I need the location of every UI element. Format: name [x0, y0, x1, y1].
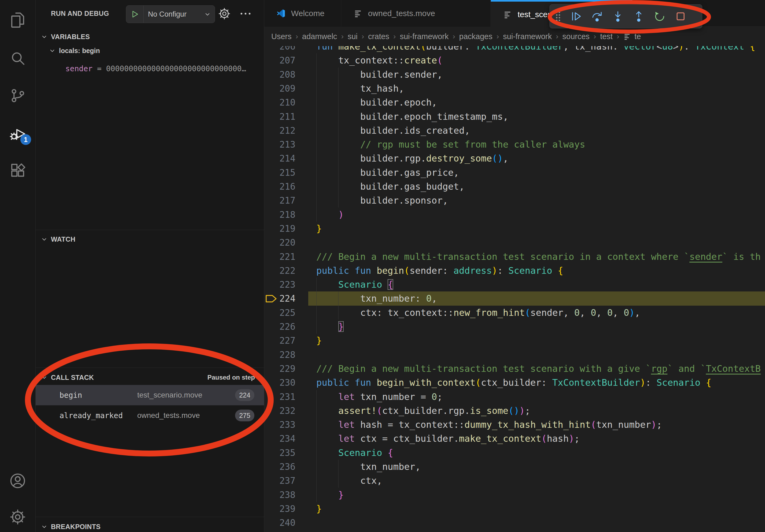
- continue-button[interactable]: [567, 8, 585, 25]
- activity-item-run-and-debug[interactable]: 1: [0, 117, 35, 149]
- code-line-230[interactable]: 230public fun begin_with_context(ctx_bui…: [264, 376, 765, 390]
- chevron-down-icon: [40, 374, 48, 382]
- code-line-239[interactable]: 239}: [264, 502, 765, 516]
- code-line-232[interactable]: 232assert!(ctx_builder.rgp.is_some());: [264, 404, 765, 418]
- line-number: 216: [269, 179, 296, 194]
- sidebar-title: RUN AND DEBUG: [51, 10, 109, 17]
- line-number: 227: [269, 334, 296, 348]
- breadcrumb-item[interactable]: sui-framework: [503, 32, 552, 41]
- breadcrumb-item[interactable]: crates: [368, 32, 389, 41]
- code-line-211[interactable]: 211builder.epoch_timestamp_ms,: [264, 110, 765, 124]
- code-line-214[interactable]: 214builder.rgp.destroy_some(),: [264, 151, 765, 165]
- code-line-229[interactable]: 229/// Begin a new multi-transaction tes…: [264, 362, 765, 376]
- code-line-212[interactable]: 212builder.ids_created,: [264, 124, 765, 138]
- debug-settings-gear-icon[interactable]: [218, 7, 231, 20]
- code-line-236[interactable]: 236txn_number,: [264, 460, 765, 474]
- tab-welcome[interactable]: Welcome: [264, 0, 341, 27]
- indent-guide: [316, 417, 338, 432]
- code-line-238[interactable]: 238}: [264, 488, 765, 502]
- activity-item-account[interactable]: [0, 465, 35, 497]
- code-line-220[interactable]: 220: [264, 235, 765, 250]
- chevron-down-icon: [204, 10, 215, 18]
- vscode-window: 1 RUN AND DEBUG No Configur VARIABLES lo…: [0, 0, 765, 532]
- code-line-208[interactable]: 208builder.sender,: [264, 68, 765, 82]
- line-number: 221: [269, 250, 296, 264]
- code-line-215[interactable]: 215builder.gas_price,: [264, 165, 765, 180]
- code-line-209[interactable]: 209tx_hash,: [264, 82, 765, 96]
- vscode-logo-icon: [277, 9, 286, 18]
- breadcrumb-item[interactable]: adamwelc: [302, 32, 337, 41]
- restart-button[interactable]: [651, 8, 668, 25]
- activity-item-settings[interactable]: [0, 501, 35, 532]
- section-breakpoints[interactable]: BREAKPOINTS: [35, 520, 264, 532]
- more-actions-icon[interactable]: [239, 10, 253, 17]
- toolbar-drag-handle[interactable]: [554, 9, 562, 24]
- breadcrumb-item[interactable]: test: [600, 32, 613, 41]
- tab-owned_tests-move[interactable]: owned_tests.move: [341, 0, 491, 27]
- breadcrumb-item[interactable]: sui-framework: [400, 32, 449, 41]
- breadcrumb-file-item[interactable]: te: [623, 32, 641, 41]
- activity-item-source-control[interactable]: [0, 80, 35, 112]
- code-line-210[interactable]: 210builder.epoch,: [264, 95, 765, 110]
- breadcrumb-item[interactable]: sui: [348, 32, 358, 41]
- line-number: 215: [269, 165, 296, 180]
- code-line-233[interactable]: 233let hash = tx_context::dummy_tx_hash_…: [264, 417, 765, 432]
- code-line-219[interactable]: 219}: [264, 221, 765, 236]
- breadcrumb-separator-icon: ›: [341, 32, 344, 41]
- code-line-241[interactable]: 241/// Creates and shares system objects…: [264, 530, 765, 532]
- breadcrumb-item[interactable]: Users: [271, 32, 292, 41]
- line-number: 214: [269, 151, 296, 165]
- code-line-207[interactable]: 207tx_context::create(: [264, 53, 765, 68]
- line-number: 217: [269, 193, 296, 208]
- call-stack-frame[interactable]: begintest_scenario.move224: [35, 385, 264, 405]
- restart-icon: [653, 10, 666, 23]
- code-line-224[interactable]: 224txn_number: 0,: [264, 291, 765, 306]
- activity-item-explorer[interactable]: [0, 4, 35, 36]
- line-number: 210: [269, 95, 296, 110]
- run-config-dropdown[interactable]: No Configur: [126, 5, 215, 23]
- step-into-button[interactable]: [609, 8, 626, 25]
- indent-guide: [316, 446, 338, 460]
- activity-item-extensions[interactable]: [0, 154, 35, 187]
- step-out-button[interactable]: [630, 8, 647, 25]
- code-area[interactable]: 206fun make_tx_context(builder: TxContex…: [264, 0, 765, 532]
- activity-item-search[interactable]: [0, 42, 35, 74]
- code-line-216[interactable]: 216builder.gas_budget,: [264, 179, 765, 194]
- code-line-217[interactable]: 217builder.sponsor,: [264, 193, 765, 208]
- stop-button[interactable]: [672, 8, 689, 25]
- section-watch[interactable]: WATCH: [35, 232, 264, 246]
- variables-scope-row[interactable]: locals: begin: [48, 47, 100, 55]
- line-number: 220: [269, 235, 296, 250]
- line-number: 236: [269, 460, 296, 474]
- code-line-234[interactable]: 234let ctx = ctx_builder.make_tx_context…: [264, 431, 765, 446]
- indent-guide: [316, 53, 338, 68]
- code-line-226[interactable]: 226}: [264, 320, 765, 334]
- code-text: }: [316, 502, 322, 516]
- run-config-label: No Configur: [144, 10, 204, 19]
- variable-row[interactable]: sender = 000000000000000000000000000000…: [65, 64, 259, 73]
- chevron-down-icon: [40, 235, 48, 243]
- code-line-222[interactable]: 222public fun begin(sender: address): Sc…: [264, 264, 765, 278]
- code-line-237[interactable]: 237ctx,: [264, 474, 765, 488]
- section-call-stack[interactable]: CALL STACK Paused on step: [35, 371, 264, 384]
- start-debugging-icon[interactable]: [126, 6, 144, 23]
- section-variables[interactable]: VARIABLES: [35, 30, 264, 43]
- code-line-227[interactable]: 227}: [264, 334, 765, 348]
- breadcrumb-item[interactable]: packages: [459, 32, 492, 41]
- code-line-228[interactable]: 228: [264, 348, 765, 362]
- indent-guide: [316, 165, 338, 180]
- code-line-223[interactable]: 223Scenario {: [264, 278, 765, 292]
- code-line-213[interactable]: 213// rgp must be set from the caller al…: [264, 137, 765, 151]
- code-text: Scenario {: [316, 446, 393, 460]
- breadcrumb-item[interactable]: sources: [562, 32, 590, 41]
- step-over-button[interactable]: [588, 8, 605, 25]
- code-line-221[interactable]: 221/// Begin a new multi-transaction tes…: [264, 250, 765, 264]
- line-number: 208: [269, 68, 296, 82]
- code-line-225[interactable]: 225ctx: tx_context::new_from_hint(sender…: [264, 306, 765, 320]
- code-line-240[interactable]: 240: [264, 516, 765, 530]
- code-line-235[interactable]: 235Scenario {: [264, 446, 765, 460]
- code-line-231[interactable]: 231let txn_number = 0;: [264, 390, 765, 404]
- code-text: /// Begin a new multi-transaction test s…: [316, 362, 761, 376]
- code-line-218[interactable]: 218): [264, 208, 765, 222]
- call-stack-frame[interactable]: already_markedowned_tests.move275: [35, 405, 264, 426]
